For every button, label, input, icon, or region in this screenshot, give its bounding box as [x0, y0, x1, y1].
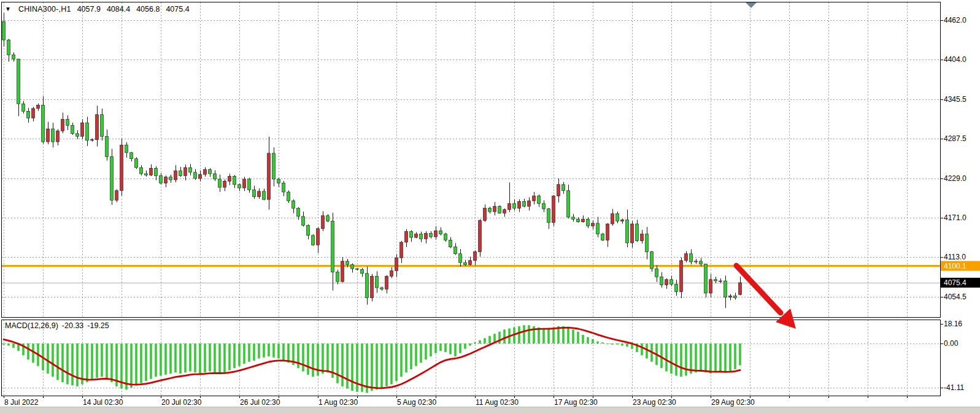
macd-axis-label: 18.16 — [944, 320, 962, 328]
candle — [312, 236, 315, 245]
candle — [405, 231, 408, 242]
candle — [27, 111, 30, 118]
candle — [145, 174, 148, 175]
candle — [714, 280, 717, 281]
candle — [243, 179, 246, 188]
candle — [493, 206, 496, 212]
candle — [47, 129, 50, 142]
candle — [115, 191, 118, 200]
candle — [474, 251, 477, 260]
candle — [42, 105, 45, 142]
chart-canvas[interactable]: 4462.04404.04345.54287.54229.04171.04113… — [0, 0, 980, 414]
ohlc-high: 4084.4 — [107, 5, 130, 13]
bid-price-badge-label: 4075.4 — [944, 278, 966, 287]
candle — [346, 261, 349, 265]
candle — [101, 115, 104, 136]
candle — [631, 224, 634, 243]
candle — [140, 167, 143, 174]
candle — [52, 129, 55, 142]
candle — [616, 213, 619, 221]
candle — [2, 21, 6, 40]
candle — [76, 134, 79, 136]
candle — [238, 185, 241, 188]
candle — [71, 126, 74, 134]
candle — [704, 264, 708, 293]
price-axis-label: 4113.0 — [944, 253, 966, 261]
price-axis-label: 4054.5 — [944, 293, 966, 301]
candle — [592, 223, 595, 226]
candle — [341, 261, 344, 282]
candle — [307, 225, 310, 236]
candle — [199, 174, 202, 178]
chart-shift-marker-icon[interactable] — [746, 2, 757, 8]
time-axis-label: 23 Aug 02:30 — [633, 398, 676, 407]
candle — [596, 223, 600, 234]
candle — [268, 153, 271, 199]
candle — [729, 296, 732, 297]
candle — [356, 269, 359, 269]
candle — [317, 229, 320, 245]
candle — [184, 167, 187, 175]
candle — [695, 261, 698, 262]
price-badge-orange-label: 4100.1 — [944, 262, 966, 270]
time-axis-label: 1 Aug 02:30 — [318, 398, 358, 407]
candle — [734, 296, 737, 297]
candle — [660, 277, 663, 285]
candle — [513, 204, 516, 209]
candle — [646, 234, 649, 252]
price-axis-label: 4171.0 — [944, 213, 966, 222]
candle — [700, 261, 703, 264]
candle — [263, 191, 266, 199]
candle — [670, 280, 673, 285]
candle — [366, 274, 369, 298]
candle — [606, 224, 609, 240]
symbol-dropdown-icon[interactable]: ▼ — [5, 6, 11, 12]
candle — [665, 280, 668, 285]
ohlc-low: 4056.8 — [136, 5, 160, 13]
candle — [287, 192, 290, 201]
candle — [135, 159, 138, 167]
candle — [189, 167, 192, 172]
grid-layer — [2, 2, 939, 395]
time-axis[interactable]: 8 Jul 202214 Jul 02:3020 Jul 02:3026 Jul… — [4, 396, 908, 407]
candle — [390, 270, 393, 276]
candle — [484, 209, 487, 221]
candle — [160, 175, 163, 183]
candle — [91, 140, 94, 140]
candle — [528, 201, 531, 206]
candle — [680, 261, 683, 292]
candle — [621, 220, 624, 221]
candle — [336, 272, 339, 282]
candle — [518, 202, 521, 209]
candle — [675, 285, 678, 292]
candle — [96, 115, 99, 140]
candle — [164, 177, 168, 183]
candle — [685, 254, 688, 261]
time-axis-label: 8 Jul 2022 — [4, 398, 39, 407]
time-axis-label: 17 Aug 02:30 — [554, 398, 598, 407]
candle — [498, 206, 501, 213]
candles-layer[interactable] — [2, 13, 742, 308]
candle — [582, 219, 585, 221]
ohlc-open: 4057.9 — [77, 5, 101, 13]
candle — [253, 190, 256, 197]
candle — [439, 231, 442, 234]
time-axis-label: 11 Aug 02:30 — [476, 398, 519, 407]
candle — [277, 179, 280, 183]
time-axis-label: 20 Jul 02:30 — [161, 398, 202, 407]
price-axis-label: 4345.5 — [944, 95, 966, 104]
candle — [376, 276, 379, 288]
candle — [282, 183, 285, 192]
candle — [425, 234, 428, 239]
candle — [110, 156, 114, 200]
time-axis-label: 26 Jul 02:30 — [240, 398, 280, 407]
candle — [469, 261, 472, 265]
candle — [503, 210, 506, 213]
candle — [385, 276, 388, 289]
candle — [523, 202, 526, 207]
candle — [395, 258, 398, 270]
candle — [464, 263, 467, 264]
candle — [719, 281, 722, 282]
candle — [454, 247, 457, 254]
candle — [420, 234, 423, 239]
